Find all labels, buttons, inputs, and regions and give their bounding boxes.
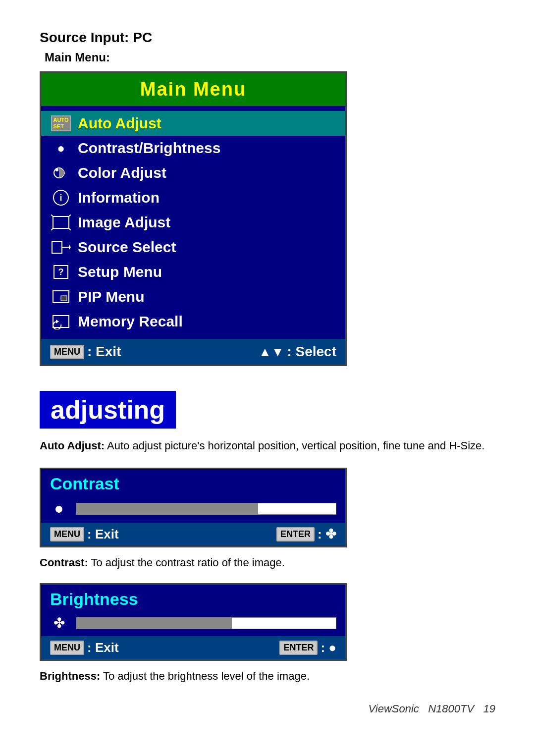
menu-item-image-adjust[interactable]: Image Adjust: [41, 210, 345, 235]
svg-marker-9: [69, 244, 71, 250]
contrast-desc-label: Contrast:: [40, 556, 88, 569]
menu-item-setup-menu[interactable]: ? Setup Menu: [41, 260, 345, 284]
menu-exit-label: : Exit: [87, 344, 121, 360]
menu-item-label-pip: PIP Menu: [78, 288, 144, 305]
menu-item-auto-adjust[interactable]: AUTOSET Auto Adjust: [41, 111, 345, 136]
contrast-footer: MENU : Exit ENTER : ✤: [41, 523, 345, 546]
menu-item-memory-recall[interactable]: Memory Recall: [41, 309, 345, 334]
menu-item-label-information: Information: [78, 189, 160, 206]
svg-rect-7: [52, 241, 62, 253]
page-footer: ViewSonic N1800TV 19: [40, 702, 495, 715]
menu-item-label-setup: Setup Menu: [78, 264, 162, 280]
brightness-progress-fill: [76, 618, 232, 629]
contrast-title-text: Contrast: [50, 474, 119, 493]
menu-footer-select: ▲▼ : Select: [259, 344, 336, 360]
brightness-body: ✤: [41, 611, 345, 636]
svg-line-4: [69, 215, 71, 216]
menu-item-label-contrast: Contrast/Brightness: [78, 140, 220, 157]
image-adjust-icon: [50, 214, 72, 231]
menu-title-bar: Main Menu: [41, 73, 345, 106]
source-input-header: Source Input: PC Main Menu:: [40, 30, 495, 64]
contrast-footer-exit: MENU : Exit: [50, 527, 119, 542]
setup-icon: ?: [50, 263, 72, 281]
svg-line-3: [51, 215, 53, 216]
contrast-description: Contrast: To adjust the contrast ratio o…: [40, 556, 495, 569]
contrast-menu-key: MENU: [50, 527, 84, 541]
brightness-box: Brightness ✤ MENU : Exit ENTER : ●: [40, 583, 347, 661]
arrow-keys: ▲▼: [259, 344, 284, 360]
brightness-enter-label: : ●: [321, 640, 336, 655]
adjusting-title-box: adjusting: [40, 391, 176, 429]
brightness-enter-key: ENTER: [279, 641, 318, 655]
main-menu-label: Main Menu:: [45, 51, 495, 64]
menu-item-label-image-adjust: Image Adjust: [78, 214, 170, 231]
info-icon: i: [50, 189, 72, 207]
menu-title: Main Menu: [140, 79, 246, 100]
menu-footer-exit: MENU : Exit: [50, 344, 121, 360]
contrast-enter-key: ENTER: [276, 527, 315, 541]
brightness-footer-enter: ENTER : ●: [279, 640, 336, 655]
menu-item-color-adjust[interactable]: Color Adjust: [41, 161, 345, 185]
menu-item-information[interactable]: i Information: [41, 185, 345, 210]
contrast-footer-enter: ENTER : ✤: [276, 527, 336, 542]
menu-item-label-source-select: Source Select: [78, 239, 176, 256]
contrast-desc-text: To adjust the contrast ratio of the imag…: [88, 556, 285, 569]
menu-item-label-color: Color Adjust: [78, 164, 166, 181]
contrast-body: ●: [41, 495, 345, 523]
contrast-progress-fill: [76, 503, 258, 514]
menu-item-label-auto-adjust: Auto Adjust: [78, 115, 161, 132]
contrast-box: Contrast ● MENU : Exit ENTER : ✤: [40, 468, 347, 547]
svg-marker-13: [56, 320, 59, 324]
brightness-footer-exit: MENU : Exit: [50, 640, 119, 655]
pip-icon: [50, 288, 72, 306]
menu-items-list: AUTOSET Auto Adjust ● Contrast/Brightnes…: [41, 106, 345, 339]
svg-line-6: [69, 228, 71, 230]
page-number: 19: [483, 702, 495, 715]
adjusting-section: adjusting Auto Adjust: Auto adjust pictu…: [40, 391, 495, 683]
brightness-progress-container: [76, 617, 336, 629]
source-input-label: Source Input: PC: [40, 30, 495, 46]
contrast-exit-label: : Exit: [87, 527, 119, 542]
menu-item-label-memory-recall: Memory Recall: [78, 313, 183, 330]
contrast-title: Contrast: [41, 469, 345, 495]
contrast-body-icon: ●: [50, 499, 68, 518]
brand-name: ViewSonic: [369, 702, 419, 715]
adjusting-description: Auto Adjust: Auto adjust picture's horiz…: [40, 437, 495, 454]
brightness-footer: MENU : Exit ENTER : ●: [41, 636, 345, 659]
brightness-desc-text: To adjust the brightness level of the im…: [100, 670, 310, 682]
svg-rect-2: [53, 216, 69, 228]
menu-key: MENU: [50, 345, 84, 359]
svg-line-5: [51, 228, 53, 230]
source-select-icon: [50, 238, 72, 256]
brightness-desc-label: Brightness:: [40, 670, 100, 682]
brightness-body-icon: ✤: [50, 615, 68, 631]
brightness-description: Brightness: To adjust the brightness lev…: [40, 670, 495, 683]
menu-footer: MENU : Exit ▲▼ : Select: [41, 339, 345, 365]
brightness-menu-key: MENU: [50, 641, 84, 655]
contrast-icon: ●: [50, 139, 72, 157]
main-menu-box: Main Menu AUTOSET Auto Adjust ● Contrast…: [40, 71, 347, 366]
color-icon: [50, 164, 72, 182]
brightness-exit-label: : Exit: [87, 640, 119, 655]
contrast-progress-container: [76, 503, 336, 515]
brightness-title-text: Brightness: [50, 590, 138, 608]
auto-adjust-icon: AUTOSET: [50, 114, 72, 132]
menu-item-pip-menu[interactable]: PIP Menu: [41, 284, 345, 309]
contrast-enter-label: : ✤: [318, 527, 336, 542]
auto-adjust-label: Auto Adjust:: [40, 439, 105, 452]
select-label: : Select: [287, 344, 336, 360]
brightness-title: Brightness: [41, 585, 345, 611]
model-name: N1800TV: [428, 702, 474, 715]
menu-item-contrast-brightness[interactable]: ● Contrast/Brightness: [41, 136, 345, 161]
memory-recall-icon: [50, 313, 72, 330]
auto-adjust-desc-text: Auto adjust picture's horizontal positio…: [105, 439, 484, 452]
adjusting-title-text: adjusting: [51, 395, 165, 424]
svg-rect-11: [61, 296, 67, 301]
menu-item-source-select[interactable]: Source Select: [41, 235, 345, 260]
svg-point-1: [55, 168, 58, 171]
